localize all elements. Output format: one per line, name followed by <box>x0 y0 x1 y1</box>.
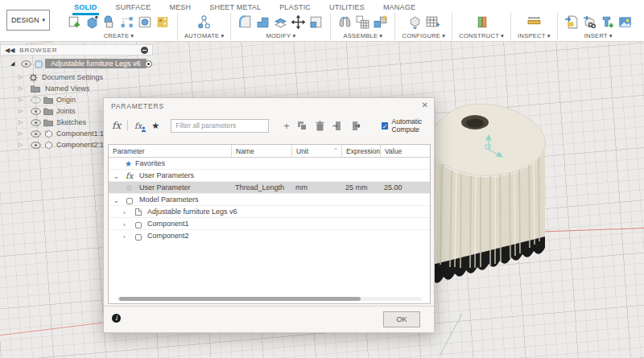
favorite-toggle-star-icon[interactable]: ☆ <box>126 182 133 194</box>
parameter-name[interactable]: Thread_Length <box>235 182 284 194</box>
expander-icon[interactable]: ▷ <box>19 74 23 80</box>
expander-icon[interactable]: ▷ <box>19 119 23 126</box>
combine-icon[interactable] <box>308 14 324 30</box>
column-value[interactable]: Value <box>380 145 430 158</box>
row-user-parameter-thread-length[interactable]: ☆ User Parameter Thread_Length mm 25 mm … <box>109 182 430 194</box>
move-copy-icon[interactable] <box>291 14 306 30</box>
parameter-unit: mm <box>295 182 308 194</box>
folder-icon <box>43 96 53 104</box>
insert-derive-icon[interactable] <box>582 14 597 30</box>
root-document-label[interactable]: Adjustable furniture Legs v6 <box>45 59 147 68</box>
create-sketch-icon[interactable] <box>67 14 82 30</box>
column-parameter[interactable]: Parameter <box>109 145 231 158</box>
checkbox-checked-icon[interactable]: ✓ <box>382 122 389 130</box>
expand-icon[interactable]: › <box>123 207 130 217</box>
group-automate-label[interactable]: AUTOMATE <box>184 32 219 39</box>
duplicate-parameter-icon[interactable] <box>297 121 308 131</box>
tree-item-label[interactable]: Sketches <box>56 118 86 126</box>
eye-icon[interactable] <box>31 130 41 138</box>
column-unit[interactable]: Unit⌃ <box>291 145 341 158</box>
ok-button[interactable]: OK <box>383 311 420 327</box>
as-built-joint-icon[interactable] <box>373 14 388 30</box>
parameter-fx-icon[interactable]: fx <box>112 120 121 131</box>
column-expression[interactable]: Expression <box>341 145 380 158</box>
group-insert-label[interactable]: INSERT <box>584 32 608 39</box>
delete-parameter-icon[interactable] <box>315 121 325 131</box>
group-configure-label[interactable]: CONFIGURE <box>402 32 440 39</box>
close-icon[interactable]: ✕ <box>422 101 428 109</box>
info-icon[interactable]: i <box>112 314 121 323</box>
expand-icon[interactable]: › <box>123 231 130 241</box>
add-parameter-icon[interactable]: + <box>283 121 290 131</box>
construct-plane-icon[interactable] <box>474 14 489 30</box>
minimize-browser-icon[interactable] <box>141 47 148 54</box>
tree-item-label[interactable]: Component2:1 <box>56 141 104 149</box>
eye-closed-icon[interactable] <box>31 97 41 104</box>
import-csv-icon[interactable] <box>332 121 343 131</box>
tree-item-document-settings[interactable]: ▷ Document Settings <box>0 72 153 83</box>
fillet-icon[interactable] <box>237 14 253 30</box>
measure-icon[interactable] <box>526 14 542 30</box>
add-user-parameter-icon[interactable]: fx <box>134 121 142 130</box>
extrude-icon[interactable] <box>85 14 100 30</box>
row-model-adjustable-furniture-legs[interactable]: › Adjustable furniture Legs v6 <box>109 206 430 218</box>
tree-item-label[interactable]: Document Settings <box>42 73 103 81</box>
expander-icon[interactable]: ◢ <box>10 60 14 67</box>
insert-svg-icon[interactable] <box>564 14 580 30</box>
group-modify-label[interactable]: MODIFY <box>266 32 291 39</box>
collapse-panel-icon[interactable]: ◀◀ <box>5 47 14 54</box>
row-model-parameters-group[interactable]: ⌄ Model Parameters <box>109 194 430 206</box>
browser-root-row[interactable]: ◢ Adjustable furniture Legs v6 <box>0 58 161 69</box>
group-assemble-label[interactable]: ASSEMBLE <box>344 32 378 39</box>
expander-icon[interactable]: ▷ <box>19 130 23 137</box>
row-user-parameters-group[interactable]: ⌄ fx User Parameters <box>109 170 430 182</box>
column-name[interactable]: Name <box>231 145 291 158</box>
tree-item-label[interactable]: Named Views <box>45 84 89 93</box>
joint-icon[interactable] <box>337 14 353 30</box>
row-model-component2[interactable]: › Component2 <box>109 230 430 242</box>
eye-icon[interactable] <box>31 142 41 149</box>
tree-item-named-views[interactable]: ▷ Named Views <box>0 83 153 94</box>
configuration-icon[interactable] <box>407 14 423 30</box>
filter-parameters-input[interactable] <box>171 119 269 133</box>
show-favorites-icon[interactable]: ★ <box>151 121 159 131</box>
horizontal-scrollbar[interactable] <box>117 297 422 301</box>
configure-automate-icon[interactable] <box>196 14 212 30</box>
expand-icon[interactable]: › <box>123 219 130 229</box>
model-fluted-leg-body[interactable] <box>424 98 561 295</box>
automatic-compute-checkbox[interactable]: ✓ Automatic Compute <box>382 117 434 134</box>
press-pull-icon[interactable] <box>255 14 270 30</box>
expander-icon[interactable]: ▷ <box>19 97 23 103</box>
parameter-expression[interactable]: 25 mm <box>345 182 368 194</box>
pipe-icon[interactable] <box>120 14 135 30</box>
tree-item-label[interactable]: Origin <box>56 96 76 104</box>
configuration-table-icon[interactable] <box>425 14 440 30</box>
eye-icon[interactable] <box>31 108 41 115</box>
sweep-icon[interactable] <box>102 14 118 30</box>
row-favorites[interactable]: ★ Favorites <box>109 158 430 170</box>
form-icon[interactable] <box>138 14 153 30</box>
export-csv-icon[interactable] <box>350 121 361 131</box>
tree-item-label[interactable]: Component1:1 <box>56 130 104 138</box>
group-construct-label[interactable]: CONSTRUCT <box>459 32 499 39</box>
insert-fastener-icon[interactable] <box>600 14 615 30</box>
activate-component-radio[interactable] <box>145 60 152 68</box>
collapse-icon[interactable]: ⌄ <box>114 171 121 181</box>
group-create-label[interactable]: CREATE <box>104 32 130 39</box>
eye-icon[interactable] <box>31 119 41 126</box>
expander-icon[interactable]: ▷ <box>19 108 23 114</box>
eye-icon[interactable] <box>21 60 31 68</box>
insert-canvas-icon[interactable] <box>617 14 633 30</box>
collapse-icon[interactable]: ⌄ <box>114 195 121 205</box>
row-model-component1[interactable]: › Component1 <box>109 218 430 230</box>
tree-item-label[interactable]: Joints <box>56 107 76 115</box>
expander-icon[interactable]: ▷ <box>19 142 23 148</box>
volumetric-lattice-icon[interactable] <box>155 14 171 30</box>
new-component-icon[interactable] <box>355 14 370 30</box>
offset-face-icon[interactable] <box>273 14 288 30</box>
group-inspect: INSPECT▾ <box>512 11 556 42</box>
expander-icon[interactable]: ▷ <box>19 85 23 92</box>
group-inspect-label[interactable]: INSPECT <box>518 32 546 39</box>
scrollbar-thumb[interactable] <box>119 297 361 301</box>
design-workspace-dropdown[interactable]: DESIGN ▾ <box>6 10 50 31</box>
